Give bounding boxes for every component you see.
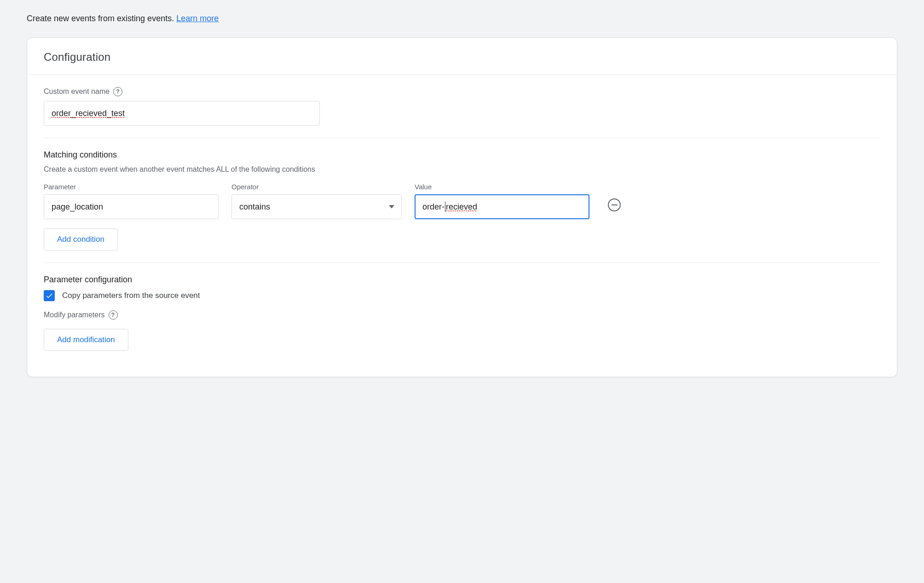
- parameter-input[interactable]: [44, 194, 219, 219]
- custom-event-name-text: Custom event name: [44, 87, 110, 96]
- value-input-prefix: order-: [422, 202, 445, 212]
- matching-conditions-subtext: Create a custom event when another event…: [44, 165, 880, 174]
- parameter-configuration-heading: Parameter configuration: [44, 275, 880, 285]
- operator-select[interactable]: contains: [231, 194, 402, 219]
- configuration-card: Configuration Custom event name ? Matchi…: [27, 37, 897, 377]
- remove-condition-button[interactable]: [608, 198, 621, 211]
- value-column-label: Value: [415, 183, 589, 191]
- custom-event-name-label: Custom event name ?: [44, 87, 880, 96]
- copy-parameters-checkbox[interactable]: [44, 290, 55, 301]
- modify-parameters-text: Modify parameters: [44, 311, 105, 319]
- intro-text: Create new events from existing events. …: [0, 9, 924, 37]
- help-icon[interactable]: ?: [109, 310, 118, 320]
- custom-event-name-input[interactable]: [44, 101, 320, 126]
- minus-icon: [612, 204, 618, 205]
- operator-value: contains: [239, 202, 270, 212]
- card-title: Configuration: [44, 51, 880, 64]
- add-modification-button[interactable]: Add modification: [44, 329, 128, 351]
- card-header: Configuration: [27, 38, 897, 75]
- value-input-suffix: recieved: [446, 202, 477, 212]
- text-caret: [445, 202, 445, 212]
- add-condition-label: Add condition: [57, 235, 104, 244]
- check-icon: [45, 292, 53, 300]
- help-icon[interactable]: ?: [113, 87, 122, 96]
- add-condition-button[interactable]: Add condition: [44, 228, 118, 251]
- operator-column-label: Operator: [231, 183, 402, 191]
- add-modification-label: Add modification: [57, 335, 115, 344]
- modify-parameters-label: Modify parameters ?: [44, 310, 880, 320]
- copy-parameters-label: Copy parameters from the source event: [62, 291, 200, 300]
- condition-row: Parameter Operator contains: [44, 183, 880, 219]
- intro-description: Create new events from existing events.: [27, 14, 176, 23]
- matching-conditions-heading: Matching conditions: [44, 150, 880, 160]
- learn-more-link[interactable]: Learn more: [176, 14, 219, 23]
- value-input[interactable]: order-recieved: [415, 194, 589, 219]
- parameter-column-label: Parameter: [44, 183, 219, 191]
- chevron-down-icon: [389, 205, 394, 209]
